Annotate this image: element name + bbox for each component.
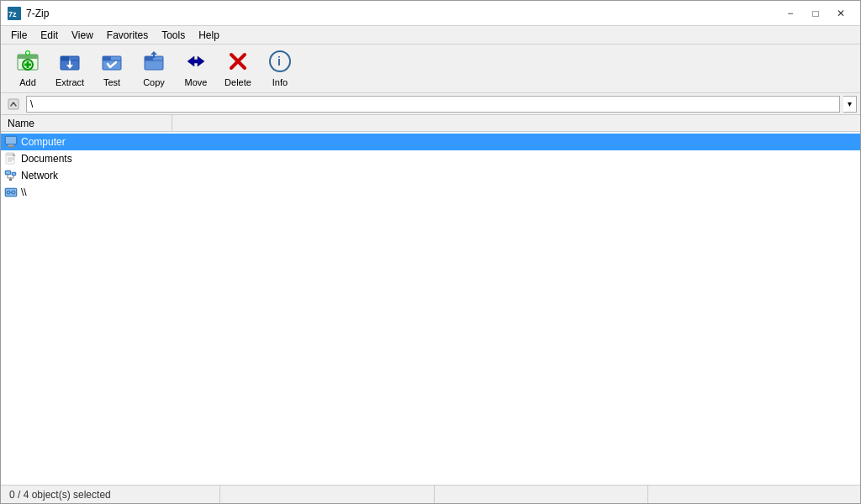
move-button[interactable]: Move bbox=[176, 48, 216, 90]
file-list: Name Computer bbox=[1, 115, 860, 485]
menu-help[interactable]: Help bbox=[192, 28, 226, 43]
close-button[interactable]: ✕ bbox=[828, 5, 853, 22]
menu-bar: File Edit View Favorites Tools Help bbox=[1, 26, 860, 45]
svg-rect-19 bbox=[145, 56, 153, 60]
add-icon bbox=[16, 50, 40, 76]
extract-label: Extract bbox=[55, 77, 84, 87]
file-item-computer[interactable]: Computer bbox=[1, 134, 860, 150]
move-icon bbox=[184, 50, 208, 76]
copy-icon bbox=[142, 50, 166, 76]
computer-icon bbox=[4, 135, 18, 149]
column-header-name[interactable]: Name bbox=[4, 115, 172, 131]
status-text: 0 / 4 object(s) selected bbox=[9, 489, 111, 501]
svg-rect-11 bbox=[61, 56, 69, 60]
menu-view[interactable]: View bbox=[65, 28, 100, 43]
extract-icon bbox=[58, 50, 82, 76]
info-icon: i bbox=[268, 50, 292, 76]
file-name-computer: Computer bbox=[21, 136, 66, 148]
delete-icon bbox=[226, 50, 250, 76]
network-icon bbox=[4, 169, 18, 182]
info-button[interactable]: i Info bbox=[260, 48, 300, 90]
menu-favorites[interactable]: Favorites bbox=[100, 28, 155, 43]
test-label: Test bbox=[103, 77, 120, 87]
delete-button[interactable]: Delete bbox=[218, 48, 258, 90]
window-controls: − □ ✕ bbox=[778, 5, 853, 22]
add-button[interactable]: Add bbox=[8, 48, 48, 90]
title-bar: 7z 7-Zip − □ ✕ bbox=[1, 1, 860, 26]
svg-text:7z: 7z bbox=[8, 10, 17, 18]
nav-up-button[interactable] bbox=[4, 95, 23, 113]
svg-text:i: i bbox=[277, 55, 281, 68]
svg-rect-32 bbox=[7, 146, 15, 148]
svg-marker-22 bbox=[151, 51, 157, 55]
svg-rect-47 bbox=[9, 179, 12, 181]
svg-rect-28 bbox=[8, 99, 18, 109]
file-items: Computer Documents bbox=[1, 132, 860, 202]
test-icon bbox=[100, 50, 124, 76]
menu-tools[interactable]: Tools bbox=[155, 28, 192, 43]
window-title: 7-Zip bbox=[26, 8, 778, 19]
extract-button[interactable]: Extract bbox=[50, 48, 90, 90]
file-name-documents: Documents bbox=[21, 153, 72, 165]
app-icon: 7z bbox=[8, 7, 21, 20]
toolbar: Add Extract bbox=[1, 45, 860, 93]
add-label: Add bbox=[19, 77, 36, 87]
svg-rect-30 bbox=[6, 137, 16, 144]
file-name-network: Network bbox=[21, 170, 58, 181]
main-window: 7z 7-Zip − □ ✕ File Edit View Favorites … bbox=[0, 0, 861, 504]
status-bar: 0 / 4 object(s) selected bbox=[1, 485, 860, 503]
delete-label: Delete bbox=[224, 77, 251, 87]
minimize-button[interactable]: − bbox=[778, 5, 803, 22]
move-label: Move bbox=[185, 77, 208, 87]
svg-point-46 bbox=[10, 177, 12, 179]
svg-rect-40 bbox=[6, 171, 10, 174]
file-item-unc[interactable]: \\ bbox=[1, 184, 860, 201]
maximize-button[interactable]: □ bbox=[803, 5, 828, 22]
file-item-documents[interactable]: Documents bbox=[1, 150, 860, 167]
test-button[interactable]: Test bbox=[92, 48, 132, 90]
copy-button[interactable]: Copy bbox=[134, 48, 174, 90]
file-name-unc: \\ bbox=[21, 186, 27, 198]
info-label: Info bbox=[272, 77, 288, 87]
main-content: Name Computer bbox=[1, 115, 860, 485]
copy-label: Copy bbox=[143, 77, 165, 87]
menu-edit[interactable]: Edit bbox=[34, 28, 65, 43]
svg-rect-31 bbox=[8, 144, 13, 146]
unc-icon bbox=[4, 186, 18, 199]
svg-rect-16 bbox=[103, 56, 111, 60]
address-dropdown-button[interactable]: ▾ bbox=[843, 96, 857, 113]
file-item-network[interactable]: Network bbox=[1, 167, 860, 184]
address-input[interactable] bbox=[26, 96, 840, 113]
svg-marker-23 bbox=[188, 56, 204, 66]
status-panel-2 bbox=[220, 486, 435, 503]
svg-rect-42 bbox=[13, 173, 15, 175]
menu-file[interactable]: File bbox=[4, 28, 34, 43]
file-list-header: Name bbox=[1, 115, 860, 132]
address-bar: ▾ bbox=[1, 93, 860, 115]
status-panel-main: 0 / 4 object(s) selected bbox=[6, 486, 220, 503]
documents-icon bbox=[4, 152, 18, 165]
status-panel-3 bbox=[435, 486, 649, 503]
